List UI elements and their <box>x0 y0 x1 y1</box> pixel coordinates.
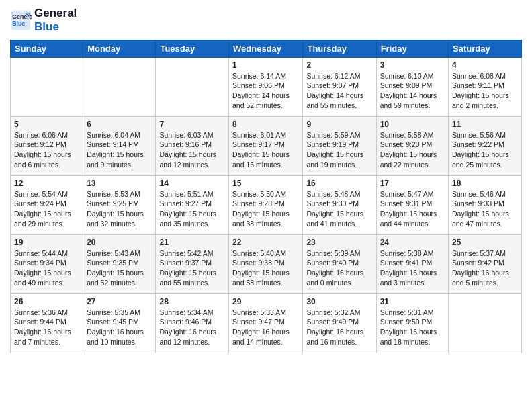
calendar-day-cell: 26Sunrise: 5:36 AM Sunset: 9:44 PM Dayli… <box>11 293 83 353</box>
day-info: Sunrise: 5:44 AM Sunset: 9:34 PM Dayligh… <box>14 248 79 288</box>
day-number: 7 <box>159 120 225 129</box>
day-number: 21 <box>159 238 225 247</box>
day-number: 6 <box>87 120 152 129</box>
calendar-day-cell: 21Sunrise: 5:42 AM Sunset: 9:37 PM Dayli… <box>156 234 229 293</box>
day-info: Sunrise: 5:42 AM Sunset: 9:37 PM Dayligh… <box>159 248 225 288</box>
calendar-empty-cell <box>156 57 229 116</box>
calendar-day-cell: 2Sunrise: 6:12 AM Sunset: 9:07 PM Daylig… <box>303 57 376 116</box>
calendar-day-cell: 31Sunrise: 5:31 AM Sunset: 9:50 PM Dayli… <box>376 293 448 353</box>
day-number: 25 <box>452 238 518 247</box>
svg-text:General: General <box>12 14 32 21</box>
day-info: Sunrise: 5:33 AM Sunset: 9:47 PM Dayligh… <box>232 308 299 347</box>
day-number: 27 <box>87 297 152 306</box>
day-number: 10 <box>380 120 445 129</box>
calendar-day-cell: 24Sunrise: 5:38 AM Sunset: 9:41 PM Dayli… <box>376 234 448 293</box>
day-number: 18 <box>452 179 518 188</box>
day-info: Sunrise: 5:54 AM Sunset: 9:24 PM Dayligh… <box>14 189 79 229</box>
day-info: Sunrise: 5:56 AM Sunset: 9:22 PM Dayligh… <box>452 130 518 170</box>
calendar-day-cell: 27Sunrise: 5:35 AM Sunset: 9:45 PM Dayli… <box>83 293 156 353</box>
day-number: 16 <box>306 179 372 188</box>
weekday-header-friday: Friday <box>376 40 448 57</box>
weekday-header-sunday: Sunday <box>11 40 83 57</box>
logo-icon: General Blue <box>10 9 32 31</box>
day-info: Sunrise: 5:36 AM Sunset: 9:44 PM Dayligh… <box>14 308 79 347</box>
calendar-day-cell: 30Sunrise: 5:32 AM Sunset: 9:49 PM Dayli… <box>303 293 376 353</box>
day-number: 5 <box>14 120 79 129</box>
calendar-day-cell: 29Sunrise: 5:33 AM Sunset: 9:47 PM Dayli… <box>229 293 303 353</box>
day-number: 3 <box>380 60 445 70</box>
logo-text: General Blue <box>34 7 77 34</box>
calendar-day-cell: 20Sunrise: 5:43 AM Sunset: 9:35 PM Dayli… <box>83 234 156 293</box>
day-info: Sunrise: 5:50 AM Sunset: 9:28 PM Dayligh… <box>232 189 299 229</box>
calendar-day-cell: 6Sunrise: 6:04 AM Sunset: 9:14 PM Daylig… <box>83 116 156 175</box>
calendar-day-cell: 22Sunrise: 5:40 AM Sunset: 9:38 PM Dayli… <box>229 234 303 293</box>
calendar-empty-cell <box>11 57 83 116</box>
day-info: Sunrise: 5:40 AM Sunset: 9:38 PM Dayligh… <box>232 248 299 288</box>
calendar-day-cell: 8Sunrise: 6:01 AM Sunset: 9:17 PM Daylig… <box>229 116 303 175</box>
day-number: 4 <box>452 60 518 70</box>
day-number: 1 <box>232 60 299 70</box>
weekday-header-tuesday: Tuesday <box>156 40 229 57</box>
calendar-day-cell: 12Sunrise: 5:54 AM Sunset: 9:24 PM Dayli… <box>11 175 83 234</box>
calendar-day-cell: 15Sunrise: 5:50 AM Sunset: 9:28 PM Dayli… <box>229 175 303 234</box>
calendar-day-cell: 16Sunrise: 5:48 AM Sunset: 9:30 PM Dayli… <box>303 175 376 234</box>
day-info: Sunrise: 6:04 AM Sunset: 9:14 PM Dayligh… <box>87 130 152 170</box>
day-number: 20 <box>87 238 152 247</box>
weekday-header-wednesday: Wednesday <box>229 40 303 57</box>
day-number: 26 <box>14 297 79 306</box>
calendar-day-cell: 1Sunrise: 6:14 AM Sunset: 9:06 PM Daylig… <box>229 57 303 116</box>
calendar-week-row: 26Sunrise: 5:36 AM Sunset: 9:44 PM Dayli… <box>11 293 522 353</box>
calendar-day-cell: 19Sunrise: 5:44 AM Sunset: 9:34 PM Dayli… <box>11 234 83 293</box>
day-info: Sunrise: 6:01 AM Sunset: 9:17 PM Dayligh… <box>232 130 299 170</box>
weekday-header-saturday: Saturday <box>449 40 522 57</box>
day-number: 24 <box>380 238 445 247</box>
page-container: General Blue General Blue SundayMondayTu… <box>0 0 532 360</box>
day-info: Sunrise: 5:31 AM Sunset: 9:50 PM Dayligh… <box>380 308 445 347</box>
calendar-day-cell: 11Sunrise: 5:56 AM Sunset: 9:22 PM Dayli… <box>449 116 522 175</box>
day-info: Sunrise: 5:32 AM Sunset: 9:49 PM Dayligh… <box>306 308 372 347</box>
svg-text:Blue: Blue <box>12 20 25 27</box>
day-info: Sunrise: 5:53 AM Sunset: 9:25 PM Dayligh… <box>87 189 152 229</box>
day-info: Sunrise: 5:34 AM Sunset: 9:46 PM Dayligh… <box>159 308 225 347</box>
day-info: Sunrise: 5:47 AM Sunset: 9:31 PM Dayligh… <box>380 189 445 229</box>
calendar-header-row: SundayMondayTuesdayWednesdayThursdayFrid… <box>11 40 522 57</box>
day-info: Sunrise: 6:08 AM Sunset: 9:11 PM Dayligh… <box>452 71 518 111</box>
day-info: Sunrise: 5:59 AM Sunset: 9:19 PM Dayligh… <box>306 130 372 170</box>
calendar-day-cell: 4Sunrise: 6:08 AM Sunset: 9:11 PM Daylig… <box>449 57 522 116</box>
day-number: 12 <box>14 179 79 188</box>
day-number: 14 <box>159 179 225 188</box>
day-number: 8 <box>232 120 299 129</box>
calendar-day-cell: 25Sunrise: 5:37 AM Sunset: 9:42 PM Dayli… <box>449 234 522 293</box>
calendar-week-row: 19Sunrise: 5:44 AM Sunset: 9:34 PM Dayli… <box>11 234 522 293</box>
day-number: 9 <box>306 120 372 129</box>
day-info: Sunrise: 5:46 AM Sunset: 9:33 PM Dayligh… <box>452 189 518 229</box>
calendar-table: SundayMondayTuesdayWednesdayThursdayFrid… <box>10 40 522 353</box>
day-info: Sunrise: 5:51 AM Sunset: 9:27 PM Dayligh… <box>159 189 225 229</box>
calendar-day-cell: 23Sunrise: 5:39 AM Sunset: 9:40 PM Dayli… <box>303 234 376 293</box>
calendar-day-cell: 5Sunrise: 6:06 AM Sunset: 9:12 PM Daylig… <box>11 116 83 175</box>
day-number: 15 <box>232 179 299 188</box>
day-info: Sunrise: 5:58 AM Sunset: 9:20 PM Dayligh… <box>380 130 445 170</box>
day-info: Sunrise: 5:48 AM Sunset: 9:30 PM Dayligh… <box>306 189 372 229</box>
day-number: 11 <box>452 120 518 129</box>
calendar-day-cell: 7Sunrise: 6:03 AM Sunset: 9:16 PM Daylig… <box>156 116 229 175</box>
day-number: 13 <box>87 179 152 188</box>
day-number: 28 <box>159 297 225 306</box>
calendar-week-row: 1Sunrise: 6:14 AM Sunset: 9:06 PM Daylig… <box>11 57 522 116</box>
calendar-day-cell: 14Sunrise: 5:51 AM Sunset: 9:27 PM Dayli… <box>156 175 229 234</box>
day-info: Sunrise: 5:38 AM Sunset: 9:41 PM Dayligh… <box>380 248 445 288</box>
day-info: Sunrise: 6:10 AM Sunset: 9:09 PM Dayligh… <box>380 71 445 111</box>
day-number: 2 <box>306 60 372 70</box>
calendar-day-cell: 13Sunrise: 5:53 AM Sunset: 9:25 PM Dayli… <box>83 175 156 234</box>
day-info: Sunrise: 6:06 AM Sunset: 9:12 PM Dayligh… <box>14 130 79 170</box>
calendar-day-cell: 18Sunrise: 5:46 AM Sunset: 9:33 PM Dayli… <box>449 175 522 234</box>
day-number: 31 <box>380 297 445 306</box>
calendar-empty-cell <box>449 293 522 353</box>
calendar-day-cell: 28Sunrise: 5:34 AM Sunset: 9:46 PM Dayli… <box>156 293 229 353</box>
day-info: Sunrise: 5:35 AM Sunset: 9:45 PM Dayligh… <box>87 308 152 347</box>
logo: General Blue General Blue <box>10 7 77 34</box>
calendar-week-row: 5Sunrise: 6:06 AM Sunset: 9:12 PM Daylig… <box>11 116 522 175</box>
weekday-header-monday: Monday <box>83 40 156 57</box>
day-info: Sunrise: 5:43 AM Sunset: 9:35 PM Dayligh… <box>87 248 152 288</box>
calendar-day-cell: 17Sunrise: 5:47 AM Sunset: 9:31 PM Dayli… <box>376 175 448 234</box>
